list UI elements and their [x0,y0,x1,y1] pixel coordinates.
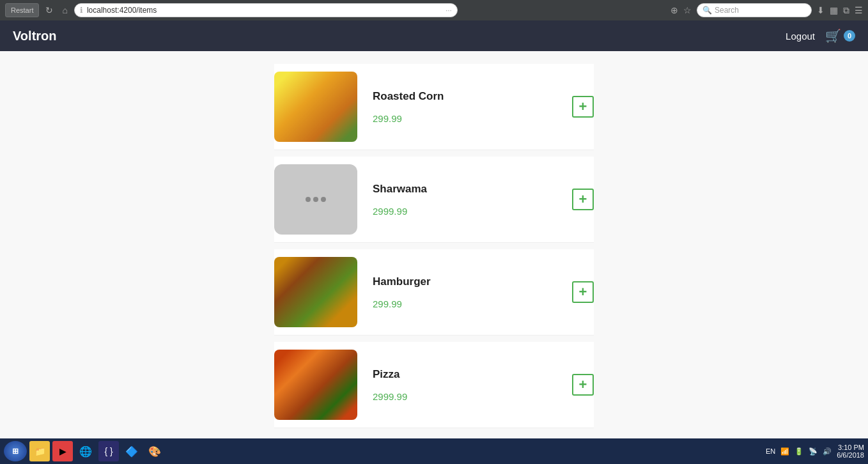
address-text: localhost:4200/items [87,6,442,15]
item-name-hamburger: Hamburger [373,275,557,288]
browser-search-bar[interactable]: 🔍 Search [697,3,812,17]
taskbar-time: 3:10 PM [838,444,864,451]
search-icon: 🔍 [702,6,712,15]
taskbar-date: 6/6/2018 [837,451,864,455]
item-info-hamburger: Hamburger 299.99 [373,275,557,309]
browser-chrome: Restart ↻ ⌂ ℹ localhost:4200/items ··· ⊕… [0,0,868,20]
taskbar-battery-icon: 🔋 [794,447,803,456]
taskbar-network-icon: 📶 [780,447,789,456]
app-nav-right: Logout 🛒 0 [786,28,855,43]
tabs-icon[interactable]: ⧉ [843,5,849,16]
main-content: Roasted Corn 299.99 + Sharwama 2999.99 + [0,51,868,447]
download-icon[interactable]: ⬇ [817,5,825,15]
item-info-roasted-corn: Roasted Corn 299.99 [373,90,557,124]
item-image-hamburger [274,257,357,327]
add-to-cart-button-sharwama[interactable]: + [572,189,594,210]
add-to-cart-button-pizza[interactable]: + [572,374,594,396]
item-info-sharwama: Sharwama 2999.99 [373,183,557,217]
info-icon: ℹ [80,6,83,15]
item-info-pizza: Pizza 2999.99 [373,368,557,402]
pocket-icon[interactable]: ⊕ [670,5,678,15]
item-image-pizza [274,350,357,420]
back-icon[interactable]: ↻ [43,4,56,17]
taskbar-lang: EN [766,447,775,455]
item-row-pizza: Pizza 2999.99 + [274,342,594,428]
taskbar-icon-chrome[interactable]: 🌐 [75,441,96,455]
taskbar-icon-app1[interactable]: 🔷 [121,441,142,455]
item-price-pizza: 2999.99 [373,391,557,402]
item-row-sharwama: Sharwama 2999.99 + [274,157,594,243]
bookmark-icon[interactable]: ☆ [683,5,692,15]
cart-icon[interactable]: 🛒 0 [825,28,855,43]
item-price-roasted-corn: 299.99 [373,113,557,124]
taskbar-wifi-icon: 📡 [809,447,818,456]
taskbar-icon-code[interactable]: { } [98,441,119,455]
item-name-pizza: Pizza [373,368,557,381]
address-bar[interactable]: ℹ localhost:4200/items ··· [74,3,458,17]
taskbar-clock: 3:10 PM 6/6/2018 [837,444,864,455]
restart-button[interactable]: Restart [5,3,39,17]
browser-right-icons: ⊕ ☆ 🔍 Search ⬇ ▦ ⧉ ☰ [670,3,863,17]
item-row-hamburger: Hamburger 299.99 + [274,249,594,336]
cart-count-badge: 0 [844,30,855,42]
address-dots: ··· [446,6,452,15]
app-brand: Voltron [13,29,786,43]
logout-button[interactable]: Logout [786,31,815,42]
add-to-cart-button-hamburger[interactable]: + [572,281,594,303]
item-row-roasted-corn: Roasted Corn 299.99 + [274,64,594,150]
taskbar: ⊞ 📁 ▶ 🌐 { } 🔷 🎨 EN 📶 🔋 📡 🔊 3:10 PM 6/6/2… [0,438,868,455]
menu-icon[interactable]: ☰ [855,5,863,15]
items-container: Roasted Corn 299.99 + Sharwama 2999.99 + [274,64,594,428]
taskbar-right: EN 📶 🔋 📡 🔊 3:10 PM 6/6/2018 [766,444,864,455]
taskbar-volume-icon: 🔊 [823,447,832,456]
home-icon[interactable]: ⌂ [59,4,70,17]
cart-symbol: 🛒 [825,28,841,43]
search-placeholder-text: Search [715,6,739,15]
item-name-roasted-corn: Roasted Corn [373,90,557,103]
app-navbar: Voltron Logout 🛒 0 [0,20,868,51]
item-price-sharwama: 2999.99 [373,206,557,217]
item-price-hamburger: 299.99 [373,298,557,309]
item-name-sharwama: Sharwama [373,183,557,196]
item-image-sharwama [274,164,357,235]
item-image-roasted-corn [274,72,357,142]
library-icon[interactable]: ▦ [830,5,838,15]
taskbar-icon-media[interactable]: ▶ [52,441,73,455]
add-to-cart-button-roasted-corn[interactable]: + [572,96,594,118]
start-button[interactable]: ⊞ [4,441,27,455]
taskbar-icon-explorer[interactable]: 📁 [29,441,50,455]
taskbar-icon-app2[interactable]: 🎨 [144,441,165,455]
